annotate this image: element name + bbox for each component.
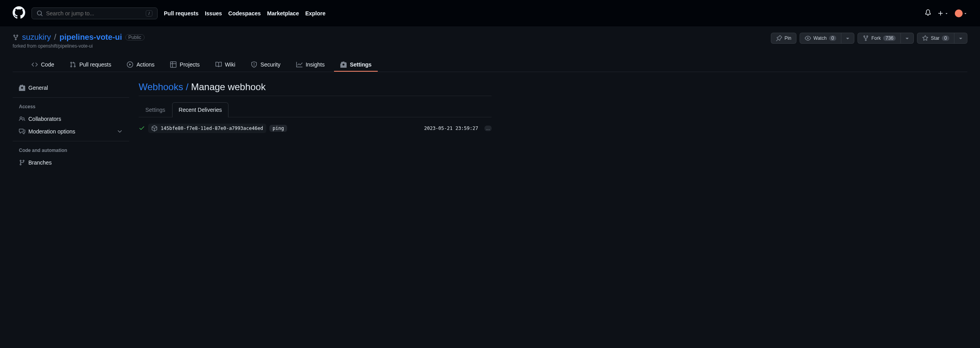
search-icon bbox=[37, 10, 43, 17]
tab-code[interactable]: Code bbox=[25, 58, 60, 72]
content: Webhooks / Manage webhook Settings Recen… bbox=[139, 81, 492, 169]
event-badge: ping bbox=[269, 125, 287, 132]
repo-tabs: Code Pull requests Actions Projects Wiki… bbox=[13, 58, 967, 72]
tab-webhook-settings[interactable]: Settings bbox=[139, 102, 172, 117]
git-branch-icon bbox=[19, 159, 25, 166]
star-icon bbox=[922, 35, 928, 41]
delivery-kebab[interactable]: ... bbox=[484, 126, 492, 131]
delivery-row[interactable]: 145bfe80-f7e8-11ed-87e0-a7993ace46ed pin… bbox=[139, 117, 492, 139]
divider bbox=[13, 141, 129, 141]
nav-issues[interactable]: Issues bbox=[205, 10, 222, 17]
github-icon bbox=[13, 6, 25, 19]
gear-icon bbox=[340, 61, 347, 68]
table-icon bbox=[170, 61, 176, 68]
caret-down-icon bbox=[945, 11, 948, 15]
shield-icon bbox=[251, 61, 257, 68]
sidebar-item-collaborators[interactable]: Collaborators bbox=[13, 113, 129, 125]
nav-pull-requests[interactable]: Pull requests bbox=[164, 10, 199, 17]
tab-security[interactable]: Security bbox=[245, 58, 287, 72]
nav-marketplace[interactable]: Marketplace bbox=[267, 10, 299, 17]
star-button[interactable]: Star 0 bbox=[917, 33, 954, 44]
create-new-dropdown[interactable] bbox=[937, 10, 948, 17]
check-icon bbox=[139, 125, 145, 132]
watch-count: 0 bbox=[829, 35, 837, 41]
caret-down-icon bbox=[904, 35, 910, 41]
webhook-tabs: Settings Recent Deliveries bbox=[139, 102, 492, 117]
caret-down-icon bbox=[958, 35, 964, 41]
fork-button[interactable]: Fork 736 bbox=[858, 33, 901, 44]
fork-icon bbox=[863, 35, 869, 41]
repo-title: suzukiry / pipelines-vote-ui Public bbox=[13, 33, 145, 42]
tab-pull-requests[interactable]: Pull requests bbox=[63, 58, 117, 72]
star-count: 0 bbox=[942, 35, 949, 41]
search-input[interactable] bbox=[46, 10, 146, 17]
gear-icon bbox=[19, 85, 25, 91]
pin-button[interactable]: Pin bbox=[771, 33, 796, 44]
comment-discussion-icon bbox=[19, 128, 25, 135]
header-right bbox=[925, 9, 967, 17]
divider bbox=[13, 97, 129, 98]
eye-icon bbox=[805, 35, 811, 41]
github-logo[interactable] bbox=[13, 6, 25, 20]
repo-owner-link[interactable]: suzukiry bbox=[22, 33, 51, 42]
repo-actions: Pin Watch 0 Fork 736 bbox=[771, 33, 967, 44]
avatar bbox=[955, 9, 963, 17]
sidebar-item-general[interactable]: General bbox=[13, 81, 129, 94]
tab-insights[interactable]: Insights bbox=[290, 58, 331, 72]
delivery-id: 145bfe80-f7e8-11ed-87e0-a7993ace46ed bbox=[148, 124, 266, 133]
repo-forked-icon bbox=[13, 34, 19, 41]
nav-codespaces[interactable]: Codespaces bbox=[228, 10, 261, 17]
bell-icon bbox=[925, 9, 931, 16]
graph-icon bbox=[296, 61, 303, 68]
user-menu[interactable] bbox=[955, 9, 967, 17]
book-icon bbox=[215, 61, 222, 68]
tab-wiki[interactable]: Wiki bbox=[209, 58, 241, 72]
delivery-time: 2023-05-21 23:59:27 bbox=[424, 126, 478, 131]
watch-button[interactable]: Watch 0 bbox=[800, 33, 841, 44]
notifications-button[interactable] bbox=[925, 9, 931, 17]
package-icon bbox=[151, 125, 158, 131]
visibility-badge: Public bbox=[125, 34, 145, 41]
global-header: / Pull requests Issues Codespaces Market… bbox=[0, 0, 980, 26]
webhooks-link[interactable]: Webhooks bbox=[139, 81, 183, 92]
tab-recent-deliveries[interactable]: Recent Deliveries bbox=[172, 102, 229, 117]
forked-from: forked from openshift/pipelines-vote-ui bbox=[13, 43, 145, 49]
plus-icon bbox=[937, 10, 944, 17]
star-dropdown[interactable] bbox=[954, 33, 967, 44]
caret-down-icon bbox=[963, 11, 967, 15]
sidebar-heading-code: Code and automation bbox=[13, 144, 129, 156]
tab-actions[interactable]: Actions bbox=[121, 58, 161, 72]
code-icon bbox=[32, 61, 38, 68]
page-title: Webhooks / Manage webhook bbox=[139, 81, 492, 96]
play-icon bbox=[127, 61, 133, 68]
chevron-down-icon bbox=[117, 128, 123, 135]
nav-explore[interactable]: Explore bbox=[305, 10, 325, 17]
people-icon bbox=[19, 116, 25, 122]
global-nav: Pull requests Issues Codespaces Marketpl… bbox=[164, 10, 325, 17]
fork-dropdown[interactable] bbox=[901, 33, 914, 44]
sidebar-item-moderation[interactable]: Moderation options bbox=[13, 125, 129, 138]
caret-down-icon bbox=[845, 35, 851, 41]
watch-dropdown[interactable] bbox=[841, 33, 854, 44]
tab-projects[interactable]: Projects bbox=[164, 58, 206, 72]
git-pull-request-icon bbox=[70, 61, 76, 68]
fork-count: 736 bbox=[883, 35, 896, 41]
slash: / bbox=[54, 33, 56, 42]
sidebar-heading-access: Access bbox=[13, 101, 129, 113]
forked-from-link[interactable]: openshift/pipelines-vote-ui bbox=[38, 43, 93, 49]
tab-settings[interactable]: Settings bbox=[334, 58, 378, 72]
pin-icon bbox=[776, 35, 782, 41]
repo-header: suzukiry / pipelines-vote-ui Public fork… bbox=[0, 26, 980, 72]
repo-name-link[interactable]: pipelines-vote-ui bbox=[59, 33, 122, 42]
search-slash-key: / bbox=[146, 10, 152, 17]
settings-sidebar: General Access Collaborators Moderation … bbox=[13, 81, 129, 169]
search-box[interactable]: / bbox=[32, 7, 158, 19]
sidebar-item-branches[interactable]: Branches bbox=[13, 156, 129, 169]
main: General Access Collaborators Moderation … bbox=[0, 72, 504, 178]
